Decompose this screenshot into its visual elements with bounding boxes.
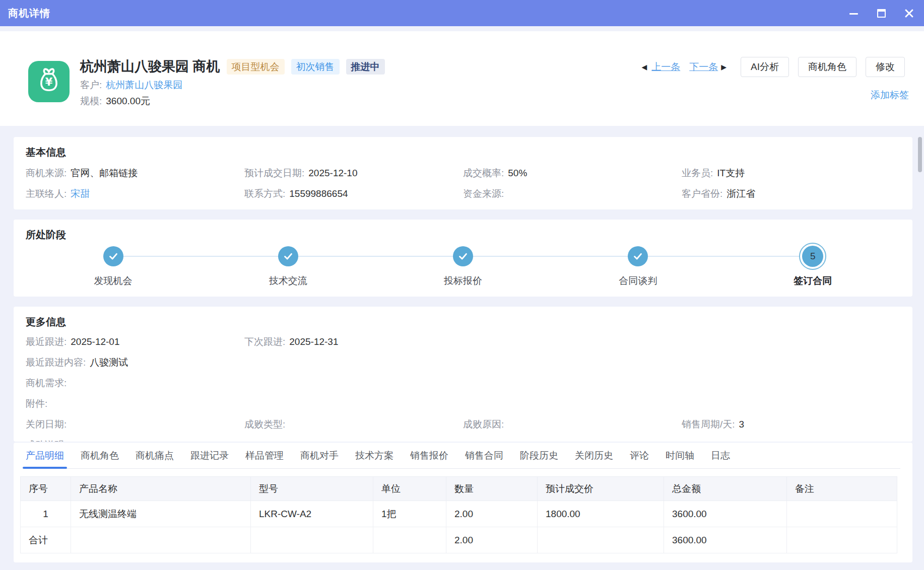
opportunity-role-button[interactable]: 商机角色 [798, 57, 856, 77]
tab-close-history[interactable]: 关闭历史 [575, 443, 613, 468]
col-remark: 备注 [787, 477, 897, 501]
field-value: 50% [508, 166, 527, 180]
field-label: 销售周期/天: [682, 417, 735, 431]
field-funding-source: 资金来源: [463, 187, 682, 200]
cell-empty [373, 527, 446, 553]
tag-status: 推进中 [346, 59, 385, 75]
tab-sales-quote[interactable]: 销售报价 [410, 443, 448, 468]
customer-row: 客户: 杭州萧山八骏果园 [80, 79, 182, 92]
stage-step-1[interactable]: 发现机会 [26, 243, 201, 288]
money-bag-icon: ¥ [28, 61, 70, 102]
product-table: 序号 产品名称 型号 单位 数量 预计成交价 总金额 备注 1 无线测温终端 L… [20, 476, 897, 553]
stage-step-label: 合同谈判 [619, 274, 657, 288]
col-model: 型号 [251, 477, 373, 501]
field-opportunity-source: 商机来源: 官网、邮箱链接 [26, 166, 244, 180]
add-tag-link[interactable]: 添加标签 [871, 89, 909, 102]
field-customer-province: 客户省份: 浙江省 [682, 187, 900, 200]
basic-info-title: 基本信息 [26, 146, 900, 158]
field-value: 浙江省 [727, 187, 755, 200]
more-info-title: 更多信息 [26, 316, 900, 328]
field-value: 2025-12-10 [308, 166, 357, 180]
field-label: 成败说明 [26, 438, 64, 442]
tab-technical-plan[interactable]: 技术方案 [355, 443, 393, 468]
prev-arrow-icon[interactable] [641, 63, 647, 71]
tab-stage-history[interactable]: 阶段历史 [520, 443, 558, 468]
scale-value: 3600.00元 [106, 95, 150, 108]
stage-step-5-current[interactable]: 5 签订合同 [725, 243, 900, 288]
field-label: 资金来源: [463, 187, 504, 200]
field-label: 业务员: [682, 166, 713, 180]
tab-product-detail[interactable]: 产品明细 [26, 443, 64, 468]
field-result-type: 成败类型: [244, 417, 463, 431]
contact-link[interactable]: 宋甜 [71, 187, 90, 200]
field-value: IT支持 [717, 166, 745, 180]
stage-step-2[interactable]: 技术交流 [201, 243, 375, 288]
tab-sales-contract[interactable]: 销售合同 [465, 443, 503, 468]
window-controls [849, 9, 914, 18]
stage-step-3[interactable]: 投标报价 [375, 243, 550, 288]
header-actions: 上一条 下一条 AI分析 商机角色 修改 [641, 57, 905, 77]
close-icon[interactable] [904, 9, 914, 18]
field-value: 2025-12-01 [71, 335, 119, 348]
field-last-followup: 最近跟进: 2025-12-01 [26, 335, 244, 348]
cell-quantity: 2.00 [446, 501, 538, 527]
table-row[interactable]: 1 无线测温终端 LKR-CW-A2 1把 2.00 1800.00 3600.… [21, 501, 897, 527]
page-title: 杭州萧山八骏果园 商机 [80, 57, 220, 76]
check-icon [278, 246, 298, 266]
field-expected-close-date: 预计成交日期: 2025-12-10 [244, 166, 463, 180]
detail-tabs-section: 产品明细 商机角色 商机痛点 跟进记录 样品管理 商机对手 技术方案 销售报价 … [14, 443, 912, 562]
field-value: 15599886654 [289, 187, 348, 200]
maximize-icon[interactable] [877, 9, 886, 18]
cell-total-amount: 3600.00 [664, 501, 787, 527]
edit-button[interactable]: 修改 [866, 57, 905, 77]
field-label: 商机来源: [26, 166, 67, 180]
tab-pain-points[interactable]: 商机痛点 [136, 443, 174, 468]
field-label: 预计成交日期: [244, 166, 304, 180]
tab-comments[interactable]: 评论 [630, 443, 649, 468]
svg-text:¥: ¥ [45, 76, 53, 88]
field-label: 联系方式: [244, 187, 285, 200]
tab-followup-records[interactable]: 跟进记录 [190, 443, 229, 468]
customer-link[interactable]: 杭州萧山八骏果园 [106, 79, 182, 92]
field-main-contact: 主联络人: 宋甜 [26, 187, 244, 200]
next-record-link[interactable]: 下一条 [689, 60, 718, 74]
field-label: 最近跟进: [26, 335, 67, 348]
cell-empty [538, 527, 664, 553]
field-next-followup: 下次跟进: 2025-12-31 [244, 335, 463, 348]
field-contact-phone: 联系方式: 15599886654 [244, 187, 463, 200]
window-title: 商机详情 [8, 7, 50, 20]
field-value: 官网、邮箱链接 [71, 166, 138, 180]
field-label: 客户省份: [682, 187, 722, 200]
field-label: 成败原因: [463, 417, 504, 431]
scale-label: 规模: [80, 95, 102, 108]
field-result-reason: 成败原因: [463, 417, 682, 431]
cell-unit: 1把 [373, 501, 446, 527]
col-quantity: 数量 [446, 477, 538, 501]
field-sales-cycle-days: 销售周期/天: 3 [682, 417, 900, 431]
cell-empty [71, 527, 251, 553]
stage-section: 所处阶段 发现机会 技术交流 投标报价 合同谈判 [14, 220, 912, 297]
window-titlebar: 商机详情 [0, 0, 924, 26]
field-label: 附件: [26, 397, 47, 410]
next-arrow-icon[interactable] [721, 63, 727, 71]
tab-opportunity-role[interactable]: 商机角色 [81, 443, 119, 468]
basic-info-section: 基本信息 商机来源: 官网、邮箱链接 预计成交日期: 2025-12-10 成交… [14, 137, 912, 209]
tab-competitors[interactable]: 商机对手 [300, 443, 339, 468]
col-product-name: 产品名称 [71, 477, 251, 501]
field-label: 商机需求: [26, 376, 67, 390]
tab-logs[interactable]: 日志 [711, 443, 730, 468]
tab-sample-management[interactable]: 样品管理 [245, 443, 284, 468]
prev-record-link[interactable]: 上一条 [651, 60, 680, 74]
minimize-icon[interactable] [849, 9, 859, 18]
scale-row: 规模: 3600.00元 [80, 95, 150, 108]
stage-step-4[interactable]: 合同谈判 [551, 243, 725, 288]
vertical-scrollbar[interactable] [918, 137, 922, 172]
ai-analysis-button[interactable]: AI分析 [741, 57, 789, 77]
tab-timeline[interactable]: 时间轴 [666, 443, 694, 468]
field-label: 主联络人: [26, 187, 67, 200]
current-step-ring: 5 [799, 243, 826, 270]
field-salesperson: 业务员: IT支持 [682, 166, 900, 180]
check-icon [453, 246, 473, 266]
check-icon [103, 246, 123, 266]
col-total-amount: 总金额 [664, 477, 787, 501]
